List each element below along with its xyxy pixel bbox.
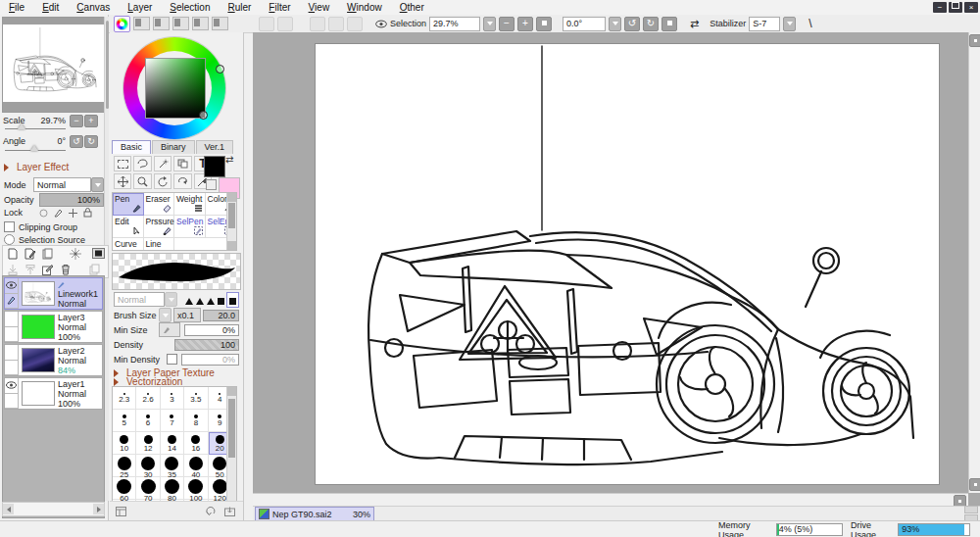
new-layer-set-button[interactable]	[40, 248, 55, 260]
nav-rotate-ccw-button[interactable]: ↺	[70, 135, 83, 148]
tool-grid-scrollbar[interactable]	[226, 193, 236, 250]
layer-row-layer1[interactable]: Layer1Normal100%	[4, 377, 103, 410]
clipping-group-row[interactable]: Clipping Group	[4, 221, 104, 232]
zoom-value-field[interactable]: 29.7%	[429, 17, 480, 31]
close-button[interactable]: ×	[964, 2, 978, 13]
size-cell[interactable]: 100	[184, 477, 208, 500]
menu-filter[interactable]: Filter	[260, 2, 299, 13]
canvas-document[interactable]	[316, 44, 939, 484]
angle-slider-handle[interactable]	[30, 145, 38, 151]
navigator[interactable]	[2, 17, 105, 113]
visibility-eye-icon[interactable]	[5, 278, 18, 294]
size-cell[interactable]: 6	[136, 410, 160, 432]
zoom-dropdown-button[interactable]	[483, 17, 496, 31]
stroke-style-icon[interactable]: \	[808, 17, 811, 30]
size-cell[interactable]: 16	[184, 432, 208, 455]
size-cell[interactable]: 7	[161, 410, 184, 432]
edge-shape-hard-icon[interactable]	[226, 292, 239, 308]
paint-target-pen-icon[interactable]	[5, 294, 18, 310]
layer-row-layer2[interactable]: Layer2Normal84%	[4, 344, 103, 376]
angle-reset-button[interactable]	[662, 17, 677, 31]
lock-move-icon[interactable]	[69, 209, 77, 218]
size-cell[interactable]: 12	[136, 432, 160, 455]
layer-row-linework1[interactable]: Linework1 Normal 100%	[4, 277, 103, 310]
rotate-view-icon[interactable]	[154, 173, 172, 189]
selection-eye-icon[interactable]	[375, 20, 387, 28]
brush-size-unit-dropdown[interactable]	[159, 308, 172, 322]
scroll-left-button[interactable]	[3, 504, 14, 514]
size-cell[interactable]: 5	[113, 410, 136, 432]
tool-prssure[interactable]: Prssure	[144, 216, 175, 238]
brush-size-multiplier[interactable]: x0.1	[173, 308, 201, 322]
size-cell[interactable]: 70	[136, 477, 160, 500]
size-cell[interactable]: 14	[161, 432, 184, 455]
transparent-color-icon[interactable]	[206, 179, 217, 190]
canvas-vscrollbar[interactable]	[968, 32, 980, 493]
edge-shape-flat-icon[interactable]	[216, 293, 226, 307]
size-cell[interactable]: 60	[113, 477, 136, 500]
clear-layer-button[interactable]	[40, 264, 55, 275]
size-cell[interactable]: 2.6	[136, 387, 160, 410]
layer-mode-dropdown[interactable]	[91, 177, 104, 192]
density-slider[interactable]: 100	[174, 339, 239, 351]
panel-layout-icon-3[interactable]	[172, 17, 189, 30]
lock-pen-icon[interactable]	[54, 209, 63, 218]
panel-config-icon[interactable]	[116, 507, 126, 516]
sv-marker[interactable]	[199, 111, 208, 120]
menu-ruler[interactable]: Ruler	[219, 2, 260, 13]
stabilizer-dropdown-button[interactable]	[783, 17, 796, 31]
new-layer-button[interactable]	[5, 248, 20, 260]
menu-view[interactable]: View	[300, 2, 339, 13]
restore-button[interactable]	[949, 2, 962, 13]
size-cell[interactable]: 35	[161, 455, 184, 477]
panel-layout-icon-5[interactable]	[212, 17, 228, 30]
rotate-ccw-button[interactable]: ↺	[624, 17, 640, 31]
brush-size-slider[interactable]: 20.0	[203, 310, 239, 321]
panel-layout-icon-1[interactable]	[133, 17, 150, 30]
layer-mode-combo[interactable]: Normal	[33, 177, 91, 192]
size-cell[interactable]: 10	[113, 432, 136, 455]
clipping-group-checkbox[interactable]	[4, 221, 15, 232]
panel-layout-icon-4[interactable]	[192, 17, 209, 30]
nav-rotate-cw-button[interactable]: ↻	[84, 135, 98, 148]
delete-layer-button[interactable]	[58, 264, 73, 275]
swap-colors-icon[interactable]: ⇄	[225, 154, 233, 165]
flip-canvas-icon[interactable]: ⇄	[690, 18, 699, 30]
export-settings-icon[interactable]	[224, 507, 235, 516]
visibility-toggle[interactable]	[5, 312, 18, 327]
show-guide-button[interactable]	[68, 248, 82, 260]
edge-shape-round-icon[interactable]	[205, 293, 216, 307]
tool-curve[interactable]: Curve	[113, 238, 144, 251]
edge-shape-soft-icon[interactable]	[194, 293, 205, 307]
zoom-tool-icon[interactable]	[133, 173, 151, 189]
tab-binary[interactable]: Binary	[152, 140, 195, 154]
menu-layer[interactable]: Layer	[119, 2, 161, 13]
canvas-area[interactable]	[253, 32, 980, 506]
size-cell[interactable]: 30	[136, 455, 160, 477]
saturation-value-square[interactable]	[145, 58, 206, 119]
tab-ver1[interactable]: Ver.1	[196, 140, 234, 154]
tab-basic[interactable]: Basic	[112, 140, 151, 154]
visibility-toggle[interactable]	[5, 345, 18, 361]
primary-color-swatch[interactable]	[204, 156, 225, 177]
scroll-right-button[interactable]	[93, 504, 104, 514]
size-cell[interactable]: 25	[113, 455, 136, 477]
lock-opacity-icon[interactable]	[39, 209, 48, 218]
menu-edit[interactable]: Edit	[33, 2, 68, 13]
min-size-slider[interactable]: 0%	[184, 324, 239, 336]
flip-view-icon[interactable]	[173, 173, 191, 189]
size-cell[interactable]: 8	[184, 410, 208, 432]
min-size-pressure-icon[interactable]	[159, 322, 180, 337]
size-cell[interactable]: 3	[161, 387, 184, 410]
selection-source-radio[interactable]	[4, 234, 15, 245]
min-density-checkbox[interactable]	[167, 354, 177, 365]
menu-canvas[interactable]: Canvas	[68, 2, 119, 13]
color-wheel-panel-toggle[interactable]	[114, 16, 130, 32]
shape-select-icon[interactable]	[173, 156, 191, 171]
zoom-out-button[interactable]: −	[499, 17, 514, 31]
menu-other[interactable]: Other	[391, 2, 433, 13]
scale-slider[interactable]	[5, 128, 66, 129]
new-linework-layer-button[interactable]	[23, 248, 37, 260]
rect-select-icon[interactable]	[114, 156, 131, 171]
angle-value-field[interactable]: 0.0°	[563, 17, 606, 31]
